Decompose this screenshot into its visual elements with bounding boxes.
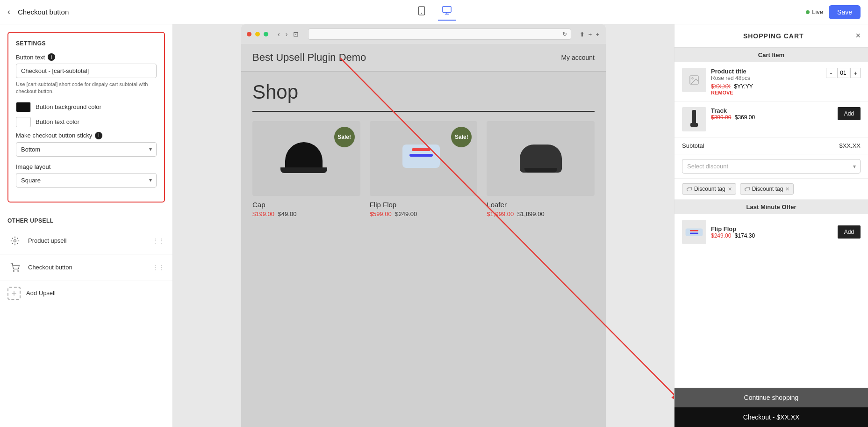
svg-point-7 (18, 270, 19, 271)
last-minute-add-button[interactable]: Add (838, 225, 861, 239)
button-bg-color-swatch[interactable] (16, 102, 31, 112)
cart-item-2-add-button[interactable]: Add (838, 107, 861, 120)
cart-item-2-image (682, 107, 706, 131)
checkout-upsell-icon (7, 260, 22, 275)
site-body: Shop Sale! (241, 72, 606, 427)
browser-chrome: ‹ › ⊡ ↻ ⬆ + + (241, 24, 606, 44)
upsell-item-checkout[interactable]: Checkout button ⋮⋮ (0, 254, 172, 281)
browser-split-btn[interactable]: ⊡ (291, 29, 301, 39)
button-bg-color-row: Button background color (16, 102, 157, 112)
sticky-select[interactable]: Bottom Top None (16, 142, 157, 157)
device-switcher (413, 3, 456, 21)
button-text-input[interactable] (16, 64, 157, 78)
subtotal-value: $XX.XX (839, 142, 861, 149)
cart-close-button[interactable]: × (855, 31, 861, 41)
discount-tag-2-close[interactable]: ✕ (785, 186, 789, 192)
discount-select[interactable]: Select discount (682, 159, 861, 174)
image-layout-label: Image layout (16, 163, 157, 170)
cart-item-1-remove[interactable]: REMOVE (711, 90, 821, 95)
tablet-icon[interactable] (413, 4, 430, 20)
cart-item-2-details: Track $399.00 $369.00 (711, 107, 833, 121)
button-text-field: Button text i Use [cart-subtotal] short … (16, 53, 157, 95)
checkout-button[interactable]: Checkout - $XX.XX (674, 407, 868, 427)
image-layout-select[interactable]: Square Circle Rectangle (16, 173, 157, 188)
checkout-upsell-drag-icon[interactable]: ⋮⋮ (152, 264, 165, 271)
sticky-field: Make checkout button sticky i Bottom Top… (16, 132, 157, 157)
settings-section: SETTINGS Button text i Use [cart-subtota… (7, 32, 165, 203)
price-new-loafer: $1,899.00 (517, 210, 545, 217)
svg-rect-16 (686, 228, 703, 236)
save-button[interactable]: Save (829, 5, 861, 19)
svg-point-13 (692, 78, 693, 79)
discount-tag-1[interactable]: 🏷 Discount tag ✕ (682, 183, 736, 195)
website-content: Best Upsell Plugin Demo My account Shop (241, 44, 606, 427)
browser-forward-btn[interactable]: › (284, 29, 290, 39)
discount-select-wrap: Select discount (674, 154, 868, 179)
discount-tags: 🏷 Discount tag ✕ 🏷 Discount tag ✕ (674, 179, 868, 200)
flipflop-strap2 (409, 154, 433, 157)
cart-title: SHOPPING CART (691, 32, 855, 40)
cart-item-1-qty-controls: - 01 + (826, 68, 861, 78)
discount-tag-2-label: Discount tag (752, 186, 783, 192)
sticky-select-wrapper: Bottom Top None (16, 142, 157, 157)
qty-increase-button[interactable]: + (850, 68, 861, 78)
button-text-color-swatch[interactable] (16, 117, 31, 127)
site-title: Best Upsell Plugin Demo (252, 51, 366, 64)
discount-tag-1-icon: 🏷 (686, 186, 692, 192)
live-indicator: Live (806, 8, 823, 15)
cart-section-header-last-minute: Last Minute Offer (674, 200, 868, 214)
top-bar-right: Live Save (806, 5, 861, 19)
browser-url-bar[interactable]: ↻ (308, 29, 571, 40)
browser-add-tab-icon[interactable]: + (588, 30, 593, 39)
cart-item-1-image (682, 68, 706, 92)
checkout-upsell-label: Checkout button (28, 264, 152, 271)
desktop-icon[interactable] (438, 3, 456, 21)
cart-item-2-price-new: $369.00 (735, 114, 755, 121)
price-row-cap: $199.00 $49.00 (252, 210, 360, 217)
product-card-loafer: Loafer $1,999.00 $1,899.00 (487, 121, 595, 217)
browser-more-icon[interactable]: + (595, 30, 600, 39)
browser-actions: ⬆ + + (579, 30, 600, 39)
qty-value: 01 (837, 68, 849, 78)
main-layout: SETTINGS Button text i Use [cart-subtota… (0, 24, 868, 427)
svg-point-6 (14, 270, 14, 271)
last-minute-item-1-image (682, 220, 706, 244)
price-old-flipflop: $599.00 (370, 210, 392, 217)
last-minute-item-1-details: Flip Flop $249.00 $174.30 (711, 225, 833, 239)
button-text-info-icon[interactable]: i (48, 53, 55, 61)
image-layout-field: Image layout Square Circle Rectangle (16, 163, 157, 188)
svg-point-5 (14, 239, 16, 242)
site-nav[interactable]: My account (561, 54, 595, 61)
browser-share-icon[interactable]: ⬆ (579, 30, 586, 39)
discount-tag-2[interactable]: 🏷 Discount tag ✕ (740, 183, 794, 195)
sticky-info-icon[interactable]: i (95, 132, 102, 139)
browser-back-btn[interactable]: ‹ (276, 29, 282, 39)
cap-brim (280, 167, 327, 173)
cart-last-minute: Last Minute Offer Flip Flop $249.00 $174… (674, 200, 868, 388)
last-minute-item-1-price: $249.00 $174.30 (711, 232, 833, 239)
sale-badge-cap: Sale! (334, 127, 355, 147)
price-new-cap: $49.00 (278, 210, 297, 217)
continue-shopping-button[interactable]: Continue shopping (674, 388, 868, 407)
price-old-cap: $199.00 (252, 210, 274, 217)
browser-refresh-icon[interactable]: ↻ (562, 31, 567, 37)
upsell-item-product[interactable]: Product upsell ⋮⋮ (0, 228, 172, 254)
shop-title: Shop (252, 81, 595, 103)
button-text-color-row: Button text color (16, 117, 157, 127)
qty-decrease-button[interactable]: - (826, 68, 836, 78)
live-label: Live (812, 8, 823, 15)
svg-rect-15 (690, 123, 698, 127)
last-minute-item-1: Flip Flop $249.00 $174.30 Add (674, 214, 868, 250)
right-panel: SHOPPING CART × Cart Item Product title … (674, 24, 868, 427)
live-dot (806, 10, 810, 14)
back-button[interactable]: ‹ (7, 7, 10, 17)
product-upsell-drag-icon[interactable]: ⋮⋮ (152, 237, 165, 245)
add-upsell-label: Add Upsell (26, 289, 56, 297)
product-name-cap: Cap (252, 201, 360, 209)
sticky-label: Make checkout button sticky i (16, 132, 157, 139)
discount-tag-1-close[interactable]: ✕ (728, 186, 732, 192)
add-upsell-item[interactable]: Add Upsell (0, 281, 172, 305)
cart-item-1-details: Product title Rose red 48pcs $XX.XX $YY.… (711, 68, 821, 95)
subtotal-label: Subtotal (682, 142, 704, 149)
product-upsell-icon (7, 233, 22, 248)
